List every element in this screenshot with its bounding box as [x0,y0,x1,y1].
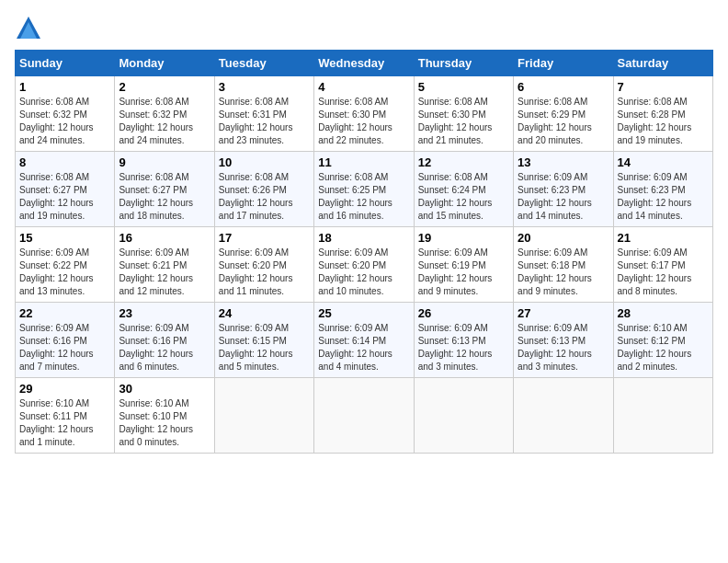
day-number: 19 [418,231,509,245]
day-number: 26 [418,306,509,320]
day-number: 4 [318,80,409,94]
day-info: Sunrise: 6:09 AM Sunset: 6:13 PM Dayligh… [418,322,509,373]
day-info: Sunrise: 6:09 AM Sunset: 6:13 PM Dayligh… [518,322,609,373]
calendar-cell [314,378,414,454]
day-number: 3 [219,80,310,94]
day-info: Sunrise: 6:09 AM Sunset: 6:22 PM Dayligh… [19,247,110,298]
calendar-cell: 23Sunrise: 6:09 AM Sunset: 6:16 PM Dayli… [115,303,214,378]
day-number: 16 [119,231,210,245]
day-info: Sunrise: 6:09 AM Sunset: 6:23 PM Dayligh… [518,171,609,223]
day-info: Sunrise: 6:08 AM Sunset: 6:30 PM Dayligh… [418,96,509,147]
day-info: Sunrise: 6:08 AM Sunset: 6:32 PM Dayligh… [19,96,110,147]
day-info: Sunrise: 6:08 AM Sunset: 6:27 PM Dayligh… [119,171,210,223]
day-number: 29 [19,382,110,396]
calendar-table: SundayMondayTuesdayWednesdayThursdayFrid… [15,50,713,454]
calendar-cell: 27Sunrise: 6:09 AM Sunset: 6:13 PM Dayli… [514,303,613,378]
day-info: Sunrise: 6:08 AM Sunset: 6:26 PM Dayligh… [219,171,310,223]
day-header: Thursday [414,51,513,76]
calendar-cell: 8Sunrise: 6:08 AM Sunset: 6:27 PM Daylig… [16,152,115,227]
day-number: 5 [418,80,509,94]
day-info: Sunrise: 6:10 AM Sunset: 6:10 PM Dayligh… [119,397,210,449]
day-number: 15 [19,231,110,245]
calendar-cell: 18Sunrise: 6:09 AM Sunset: 6:20 PM Dayli… [314,227,414,303]
day-info: Sunrise: 6:09 AM Sunset: 6:19 PM Dayligh… [418,247,509,298]
day-info: Sunrise: 6:08 AM Sunset: 6:30 PM Dayligh… [318,96,409,147]
day-info: Sunrise: 6:09 AM Sunset: 6:23 PM Dayligh… [618,171,709,223]
day-number: 13 [518,155,609,169]
day-number: 22 [19,306,110,320]
day-header: Sunday [16,51,115,76]
day-number: 28 [618,306,709,320]
day-number: 1 [19,80,110,94]
calendar-cell: 13Sunrise: 6:09 AM Sunset: 6:23 PM Dayli… [514,152,613,227]
calendar-cell: 5Sunrise: 6:08 AM Sunset: 6:30 PM Daylig… [414,76,513,152]
calendar-cell: 14Sunrise: 6:09 AM Sunset: 6:23 PM Dayli… [613,152,712,227]
day-info: Sunrise: 6:08 AM Sunset: 6:31 PM Dayligh… [219,96,310,147]
calendar-cell: 22Sunrise: 6:09 AM Sunset: 6:16 PM Dayli… [16,303,115,378]
calendar-cell [514,378,613,454]
day-number: 2 [119,80,210,94]
day-info: Sunrise: 6:08 AM Sunset: 6:24 PM Dayligh… [418,171,509,223]
day-number: 30 [119,382,210,396]
day-number: 27 [518,306,609,320]
calendar-cell: 21Sunrise: 6:09 AM Sunset: 6:17 PM Dayli… [613,227,712,303]
day-info: Sunrise: 6:09 AM Sunset: 6:20 PM Dayligh… [219,247,310,298]
calendar-cell: 29Sunrise: 6:10 AM Sunset: 6:11 PM Dayli… [16,378,115,454]
calendar-cell: 6Sunrise: 6:08 AM Sunset: 6:29 PM Daylig… [514,76,613,152]
calendar-cell: 11Sunrise: 6:08 AM Sunset: 6:25 PM Dayli… [314,152,414,227]
calendar-cell: 7Sunrise: 6:08 AM Sunset: 6:28 PM Daylig… [613,76,712,152]
calendar-cell: 16Sunrise: 6:09 AM Sunset: 6:21 PM Dayli… [115,227,214,303]
day-info: Sunrise: 6:10 AM Sunset: 6:11 PM Dayligh… [19,397,110,449]
calendar-cell: 28Sunrise: 6:10 AM Sunset: 6:12 PM Dayli… [613,303,712,378]
calendar-cell: 2Sunrise: 6:08 AM Sunset: 6:32 PM Daylig… [115,76,214,152]
calendar-cell [414,378,513,454]
day-number: 17 [219,231,310,245]
calendar-cell: 12Sunrise: 6:08 AM Sunset: 6:24 PM Dayli… [414,152,513,227]
calendar-cell: 17Sunrise: 6:09 AM Sunset: 6:20 PM Dayli… [214,227,313,303]
day-number: 14 [618,155,709,169]
day-info: Sunrise: 6:09 AM Sunset: 6:16 PM Dayligh… [19,322,110,373]
page-header [15,15,713,42]
calendar-cell: 30Sunrise: 6:10 AM Sunset: 6:10 PM Dayli… [115,378,214,454]
day-number: 11 [318,155,409,169]
day-info: Sunrise: 6:09 AM Sunset: 6:17 PM Dayligh… [618,247,709,298]
day-header: Monday [115,51,214,76]
day-number: 21 [618,231,709,245]
day-number: 25 [318,306,409,320]
day-info: Sunrise: 6:10 AM Sunset: 6:12 PM Dayligh… [618,322,709,373]
day-number: 7 [618,80,709,94]
day-header: Tuesday [214,51,313,76]
day-number: 24 [219,306,310,320]
day-number: 6 [518,80,609,94]
day-number: 23 [119,306,210,320]
day-info: Sunrise: 6:08 AM Sunset: 6:29 PM Dayligh… [518,96,609,147]
day-info: Sunrise: 6:09 AM Sunset: 6:14 PM Dayligh… [318,322,409,373]
day-number: 12 [418,155,509,169]
calendar-cell [214,378,313,454]
day-header: Saturday [613,51,712,76]
logo [15,15,46,42]
day-number: 18 [318,231,409,245]
day-number: 9 [119,155,210,169]
calendar-cell: 19Sunrise: 6:09 AM Sunset: 6:19 PM Dayli… [414,227,513,303]
day-info: Sunrise: 6:09 AM Sunset: 6:15 PM Dayligh… [219,322,310,373]
day-info: Sunrise: 6:09 AM Sunset: 6:18 PM Dayligh… [518,247,609,298]
day-info: Sunrise: 6:09 AM Sunset: 6:21 PM Dayligh… [119,247,210,298]
calendar-cell: 9Sunrise: 6:08 AM Sunset: 6:27 PM Daylig… [115,152,214,227]
calendar-cell: 1Sunrise: 6:08 AM Sunset: 6:32 PM Daylig… [16,76,115,152]
calendar-cell: 10Sunrise: 6:08 AM Sunset: 6:26 PM Dayli… [214,152,313,227]
calendar-cell [613,378,712,454]
day-number: 8 [19,155,110,169]
logo-icon [15,15,42,42]
day-info: Sunrise: 6:08 AM Sunset: 6:28 PM Dayligh… [618,96,709,147]
calendar-cell: 26Sunrise: 6:09 AM Sunset: 6:13 PM Dayli… [414,303,513,378]
calendar-cell: 25Sunrise: 6:09 AM Sunset: 6:14 PM Dayli… [314,303,414,378]
day-info: Sunrise: 6:08 AM Sunset: 6:32 PM Dayligh… [119,96,210,147]
day-number: 20 [518,231,609,245]
calendar-cell: 20Sunrise: 6:09 AM Sunset: 6:18 PM Dayli… [514,227,613,303]
day-info: Sunrise: 6:08 AM Sunset: 6:25 PM Dayligh… [318,171,409,223]
day-info: Sunrise: 6:08 AM Sunset: 6:27 PM Dayligh… [19,171,110,223]
day-info: Sunrise: 6:09 AM Sunset: 6:16 PM Dayligh… [119,322,210,373]
calendar-cell: 4Sunrise: 6:08 AM Sunset: 6:30 PM Daylig… [314,76,414,152]
calendar-cell: 3Sunrise: 6:08 AM Sunset: 6:31 PM Daylig… [214,76,313,152]
